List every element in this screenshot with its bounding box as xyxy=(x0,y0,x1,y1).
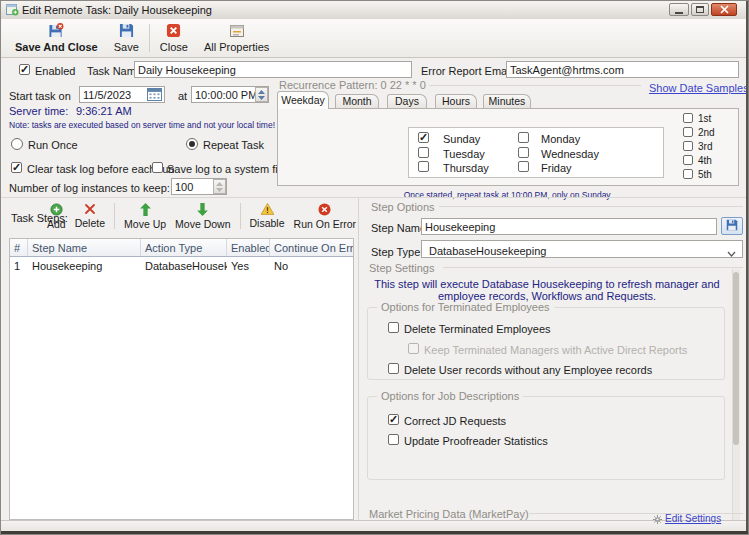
step-type-label: Step Type: xyxy=(371,246,423,258)
close-button[interactable] xyxy=(711,3,737,16)
save-and-close-button[interactable]: Save And Close xyxy=(7,19,106,57)
delete-terminated-checkbox[interactable] xyxy=(388,322,399,333)
scrollbar-thumb[interactable] xyxy=(733,272,739,445)
keep-managers-label: Keep Terminated Managers with Active Dir… xyxy=(424,344,687,356)
server-time-value: 9:36:21 AM xyxy=(76,105,132,117)
tab-hours[interactable]: Hours xyxy=(435,94,477,108)
tab-days[interactable]: Days xyxy=(387,94,427,108)
sunday-checkbox[interactable] xyxy=(418,132,429,143)
calendar-icon[interactable] xyxy=(147,87,162,103)
step-options-line xyxy=(439,206,743,207)
jd-group-label: Options for Job Descriptions xyxy=(377,391,523,402)
move-down-label: Move Down xyxy=(175,219,230,230)
tab-weekday-label: Weekday xyxy=(281,94,325,106)
task-steps-toolbar: Add Delete Move Up Move Down Disable Run… xyxy=(47,199,356,233)
titlebar[interactable]: Edit Remote Task: Daily Housekeeping xyxy=(1,1,748,20)
delete-users-checkbox[interactable] xyxy=(388,363,399,374)
disable-label: Disable xyxy=(250,218,285,229)
col-step-name[interactable]: Step Name xyxy=(28,239,141,256)
keep-managers-checkbox xyxy=(408,343,419,354)
minimize-button[interactable] xyxy=(669,3,689,16)
at-label: at xyxy=(178,90,187,102)
ordinal-3rd-label: 3rd xyxy=(698,141,712,153)
save-button[interactable]: Save xyxy=(106,19,147,57)
ordinal-4th-checkbox[interactable] xyxy=(683,155,693,165)
delete-step-button[interactable]: Delete xyxy=(75,203,105,229)
update-proofreader-checkbox[interactable] xyxy=(388,434,399,445)
run-on-error-button[interactable]: Run On Error xyxy=(294,203,356,230)
close-icon xyxy=(720,4,729,16)
ordinal-1st-checkbox[interactable] xyxy=(683,113,693,123)
delete-users-label: Delete User records without any Employee… xyxy=(404,364,652,376)
error-email-input[interactable]: TaskAgent@hrtms.com xyxy=(506,61,739,78)
window-right-edge xyxy=(746,1,748,534)
tab-month[interactable]: Month xyxy=(335,94,379,108)
monday-label: Monday xyxy=(541,133,580,145)
col-continue-on-error[interactable]: Continue On Error xyxy=(270,239,353,256)
log-keep-spinner[interactable] xyxy=(213,179,226,194)
steps-toolbar-separator xyxy=(114,203,115,229)
all-properties-label: All Properties xyxy=(204,41,269,53)
table-row[interactable]: 1 Housekeeping DatabaseHousekeeping Yes … xyxy=(10,258,353,275)
move-up-button[interactable]: Move Up xyxy=(124,203,166,230)
run-on-error-label: Run On Error xyxy=(294,219,356,230)
steps-toolbar-separator xyxy=(240,203,241,229)
window-title: Edit Remote Task: Daily Housekeeping xyxy=(22,4,212,16)
step-type-dropdown[interactable]: DatabaseHousekeeping xyxy=(421,240,743,258)
window-bottom-edge xyxy=(1,531,748,534)
all-properties-button[interactable]: All Properties xyxy=(196,19,277,57)
spinner-up-icon xyxy=(216,182,223,186)
ordinal-5th-checkbox[interactable] xyxy=(683,169,693,179)
server-time-note: Note: tasks are executed based on server… xyxy=(9,119,275,131)
disable-step-button[interactable]: Disable xyxy=(250,203,285,229)
cell-step-name: Housekeeping xyxy=(28,258,141,275)
tab-minutes[interactable]: Minutes xyxy=(483,94,531,108)
maximize-button[interactable] xyxy=(691,3,709,16)
friday-checkbox[interactable] xyxy=(518,161,529,172)
col-enabled[interactable]: Enabled xyxy=(227,239,270,256)
section-divider xyxy=(1,197,749,198)
update-proofreader-label: Update Proofreader Statistics xyxy=(404,435,548,447)
step-settings-group-label: Step Settings xyxy=(369,262,434,274)
thursday-label: Thursday xyxy=(443,162,489,174)
move-down-button[interactable]: Move Down xyxy=(175,203,230,230)
error-circle-icon xyxy=(318,203,331,218)
step-options-group-label: Step Options xyxy=(371,201,435,213)
correct-jd-checkbox[interactable] xyxy=(388,414,399,425)
clear-log-checkbox[interactable] xyxy=(11,162,22,173)
server-time-label: Server time: xyxy=(9,105,68,117)
save-and-close-label: Save And Close xyxy=(15,41,98,53)
tuesday-checkbox[interactable] xyxy=(418,147,429,158)
warning-icon xyxy=(261,203,274,217)
thursday-checkbox[interactable] xyxy=(418,161,429,172)
close-toolbar-button[interactable]: Close xyxy=(152,19,196,57)
col-action-type[interactable]: Action Type xyxy=(141,239,227,256)
step-name-input[interactable]: Housekeeping xyxy=(421,218,717,235)
time-spinner[interactable] xyxy=(255,87,268,102)
step-save-button[interactable] xyxy=(721,217,743,235)
ordinal-3rd-checkbox[interactable] xyxy=(683,141,693,151)
task-name-input[interactable]: Daily Housekeeping xyxy=(134,61,412,78)
spinner-up-icon xyxy=(258,90,265,94)
tuesday-label: Tuesday xyxy=(443,148,485,160)
tab-weekday[interactable]: Weekday xyxy=(277,91,329,109)
ordinal-2nd-checkbox[interactable] xyxy=(683,127,693,137)
run-once-label: Run Once xyxy=(28,139,78,151)
repeat-task-radio[interactable] xyxy=(186,138,198,150)
maximize-icon xyxy=(696,6,704,13)
recurrence-group-line xyxy=(429,85,641,86)
wednesday-checkbox[interactable] xyxy=(518,147,529,158)
edit-settings-link[interactable]: Edit Settings xyxy=(665,513,721,525)
monday-checkbox[interactable] xyxy=(518,132,529,143)
save-log-checkbox[interactable] xyxy=(152,162,163,173)
show-date-samples-link[interactable]: Show Date Samples xyxy=(649,82,749,94)
col-num[interactable]: # xyxy=(10,239,28,256)
enabled-label: Enabled xyxy=(35,65,75,77)
friday-label: Friday xyxy=(541,162,572,174)
ordinal-5th-label: 5th xyxy=(698,169,712,181)
enabled-checkbox[interactable] xyxy=(19,64,30,75)
add-step-button[interactable]: Add xyxy=(47,203,66,230)
tab-hours-label: Hours xyxy=(442,95,470,107)
save-log-label: Save log to a system file xyxy=(167,163,286,175)
run-once-radio[interactable] xyxy=(11,138,23,150)
